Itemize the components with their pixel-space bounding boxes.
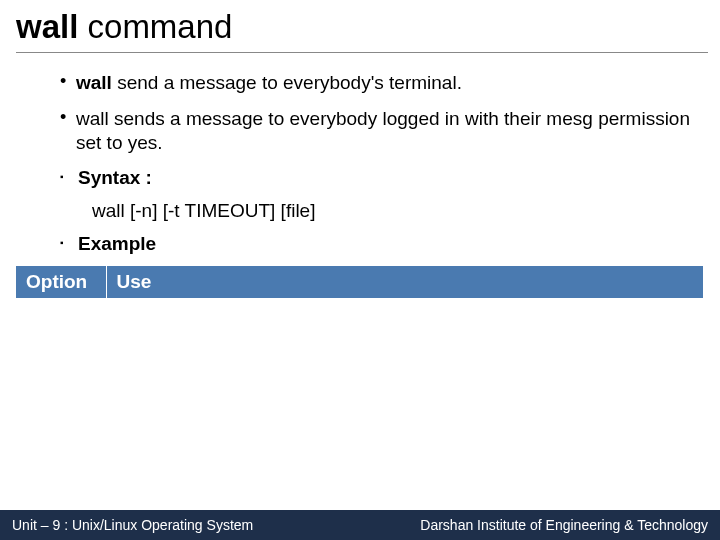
slide-title-bold: wall — [16, 8, 78, 45]
square-marker: ▪ — [60, 232, 78, 250]
square-marker: ▪ — [60, 166, 78, 184]
bullet-text: wall send a message to everybody's termi… — [76, 71, 690, 95]
bullet-item: ▪ Example — [60, 232, 690, 256]
slide-title-rest: command — [78, 8, 232, 45]
footer-right: Darshan Institute of Engineering & Techn… — [420, 517, 708, 533]
bullet-marker: • — [60, 71, 76, 93]
footer-left: Unit – 9 : Unix/Linux Operating System — [12, 517, 253, 533]
bullet-text: wall sends a message to everybody logged… — [76, 107, 690, 155]
table-header-row: Option Use — [16, 266, 704, 298]
syntax-code: wall [-n] [-t TIMEOUT] [file] — [92, 200, 690, 222]
bullet1-rest: send a message to everybody's terminal. — [112, 72, 462, 93]
bullet1-bold: wall — [76, 72, 112, 93]
slide: { "title": { "bold": "wall", "rest": " c… — [0, 0, 720, 540]
slide-content: • wall send a message to everybody's ter… — [0, 53, 720, 256]
bullet-item: ▪ Syntax : — [60, 166, 690, 190]
options-table: Option Use — [16, 266, 704, 298]
table: Option Use — [16, 266, 704, 298]
syntax-label: Syntax : — [78, 166, 690, 190]
bullet-item: • wall sends a message to everybody logg… — [60, 107, 690, 155]
bullet-item: • wall send a message to everybody's ter… — [60, 71, 690, 95]
table-header-use: Use — [106, 266, 704, 298]
slide-footer: Unit – 9 : Unix/Linux Operating System D… — [0, 510, 720, 540]
bullet-marker: • — [60, 107, 76, 129]
table-header-option: Option — [16, 266, 106, 298]
slide-title: wall command — [0, 0, 720, 50]
example-label: Example — [78, 232, 690, 256]
